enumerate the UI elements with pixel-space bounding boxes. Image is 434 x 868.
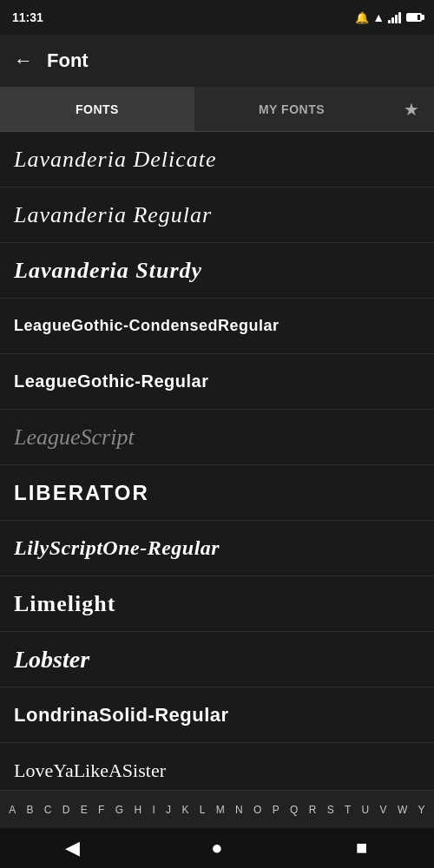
font-item-lavanderia-sturdy[interactable]: Lavanderia Sturdy [0, 243, 434, 299]
font-item-lavanderia-regular[interactable]: Lavanderia Regular [0, 187, 434, 243]
alpha-letter-M[interactable]: M [215, 802, 226, 818]
wifi-icon: ▲ [372, 10, 385, 24]
font-label-leaguegothic-condensed: LeagueGothic-CondensedRegular [14, 317, 279, 335]
font-label-leaguescript: LeagueScript [14, 424, 135, 450]
font-item-londrina-solid[interactable]: LondrinaSolid-Regular [0, 687, 434, 743]
tab-my-fonts[interactable]: MY FONTS [194, 87, 389, 131]
tab-fonts[interactable]: FONTS [0, 87, 194, 131]
home-nav-icon: ● [211, 837, 222, 859]
alpha-letter-E[interactable]: E [80, 802, 89, 818]
page-title: Font [47, 49, 89, 72]
alpha-letter-P[interactable]: P [272, 802, 280, 818]
font-list[interactable]: Lavanderia DelicateLavanderia RegularLav… [0, 132, 434, 790]
font-item-leaguescript[interactable]: LeagueScript [0, 410, 434, 465]
alpha-letter-F[interactable]: F [97, 802, 105, 818]
back-nav-icon: ◀ [65, 837, 80, 859]
font-label-loveyalikeasister: LoveYaLikeASister [14, 760, 166, 782]
bottom-nav: ◀ ● ■ [0, 828, 434, 868]
alpha-letter-N[interactable]: N [234, 802, 244, 818]
font-item-leaguegothic-condensed[interactable]: LeagueGothic-CondensedRegular [0, 299, 434, 354]
notification-icon: 🔔 [355, 11, 369, 24]
alpha-letter-H[interactable]: H [133, 802, 142, 818]
font-label-lobster: Lobster [14, 646, 89, 674]
battery-icon [406, 13, 422, 22]
nav-back-button[interactable]: ◀ [46, 828, 98, 868]
recent-nav-icon: ■ [356, 837, 367, 859]
status-icons: 🔔 ▲ [355, 10, 422, 24]
font-label-lavanderia-regular: Lavanderia Regular [14, 202, 212, 228]
alpha-letter-T[interactable]: T [344, 802, 352, 818]
font-item-lavanderia-delicate[interactable]: Lavanderia Delicate [0, 132, 434, 187]
tab-favorites[interactable]: ★ [389, 87, 434, 131]
alpha-letter-C[interactable]: C [43, 802, 53, 818]
font-item-lilyscriptone[interactable]: LilyScriptOne-Regular [0, 521, 434, 576]
header: ← Font [0, 35, 434, 87]
alpha-letter-B[interactable]: B [25, 802, 34, 818]
alpha-letter-G[interactable]: G [115, 802, 124, 818]
font-label-lilyscriptone: LilyScriptOne-Regular [14, 536, 220, 560]
status-bar: 11:31 🔔 ▲ [0, 0, 434, 35]
back-button[interactable]: ← [14, 49, 33, 72]
alpha-letter-O[interactable]: O [253, 802, 262, 818]
alpha-letter-D[interactable]: D [62, 802, 71, 818]
font-label-londrina-solid: LondrinaSolid-Regular [14, 704, 229, 727]
alpha-letter-K[interactable]: K [181, 802, 189, 818]
nav-home-button[interactable]: ● [191, 828, 243, 868]
font-item-lobster[interactable]: Lobster [0, 632, 434, 687]
font-label-lavanderia-sturdy: Lavanderia Sturdy [14, 258, 202, 284]
alpha-letter-A[interactable]: A [8, 802, 16, 818]
status-time: 11:31 [12, 10, 43, 24]
alpha-letter-J[interactable]: J [165, 802, 172, 818]
tab-bar: FONTS MY FONTS ★ [0, 87, 434, 132]
alpha-index-bar: ABCDEFGHIJKLMNOPQRSTUVWY [0, 790, 434, 828]
font-label-lavanderia-delicate: Lavanderia Delicate [14, 147, 216, 173]
alpha-letter-Q[interactable]: Q [289, 802, 299, 818]
star-icon: ★ [404, 99, 419, 120]
font-item-leaguegothic-regular[interactable]: LeagueGothic-Regular [0, 354, 434, 410]
font-label-limelight: Limelight [14, 591, 115, 617]
alpha-letter-R[interactable]: R [308, 802, 318, 818]
alpha-letter-S[interactable]: S [326, 802, 335, 818]
alpha-letter-I[interactable]: I [151, 802, 155, 818]
nav-recent-button[interactable]: ■ [336, 828, 388, 868]
alpha-letter-L[interactable]: L [199, 802, 207, 818]
alpha-letter-W[interactable]: W [397, 802, 408, 818]
font-label-liberator: LIBERATOR [14, 481, 149, 505]
font-item-liberator[interactable]: LIBERATOR [0, 465, 434, 521]
font-item-limelight[interactable]: Limelight [0, 576, 434, 632]
signal-icon [388, 11, 401, 23]
font-label-leaguegothic-regular: LeagueGothic-Regular [14, 372, 208, 391]
alpha-letter-U[interactable]: U [361, 802, 371, 818]
font-item-loveyalikeasister[interactable]: LoveYaLikeASister [0, 743, 434, 790]
alpha-letter-Y[interactable]: Y [418, 802, 426, 818]
alpha-letter-V[interactable]: V [379, 802, 388, 818]
